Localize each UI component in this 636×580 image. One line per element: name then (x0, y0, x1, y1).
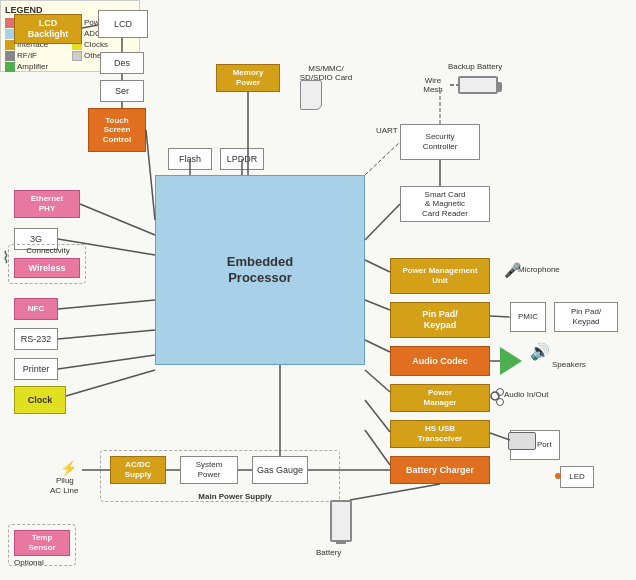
svg-line-11 (58, 330, 155, 339)
svg-line-14 (365, 260, 390, 272)
memory-power-block: Memory Power (216, 64, 280, 92)
amplifier-icon (500, 347, 522, 375)
svg-line-18 (365, 400, 390, 432)
des-block: Des (100, 52, 144, 74)
legend-rfif: RF/IF (5, 51, 68, 61)
svg-line-4 (146, 130, 155, 220)
smartcard-block: Smart Card & Magnetic Card Reader (400, 186, 490, 222)
svg-line-22 (365, 142, 400, 175)
svg-line-12 (58, 355, 155, 369)
hs-usb-block: HS USB Transceiver (390, 420, 490, 448)
audio-circle1 (496, 388, 504, 396)
flash-block: Flash (168, 148, 212, 170)
connectivity-label: Connectivity (10, 246, 86, 255)
touch-screen-block: Touch Screen Control (88, 108, 146, 152)
pmic-block: PMIC (510, 302, 546, 332)
plug-icon: ⚡ (60, 460, 77, 476)
svg-line-21 (490, 316, 510, 317)
sdcard-icon (300, 80, 322, 110)
backup-battery-label: Backup Battery (448, 62, 502, 71)
optional-label: Optional (14, 558, 44, 567)
svg-line-10 (58, 300, 155, 309)
antenna-icon: ⌇ (2, 248, 10, 267)
pinpad2-block: Pin Pad/ Keypad (554, 302, 618, 332)
battery-charger-block: Battery Charger (390, 456, 490, 484)
ser-block: Ser (100, 80, 144, 102)
embedded-processor-block: Embedded Processor (155, 175, 365, 365)
lpddr-block: LPDDR (220, 148, 264, 170)
svg-line-24 (365, 204, 400, 240)
battery-bottom-icon (330, 500, 352, 544)
svg-line-13 (66, 370, 155, 396)
temp-sensor-block: Temp Sensor (14, 530, 70, 556)
usb-connector-icon (508, 432, 536, 450)
svg-line-16 (365, 340, 390, 352)
security-controller-block: Security Controller (400, 124, 480, 160)
legend-amplifier: Amplifier (5, 62, 68, 72)
main-power-supply-box (100, 450, 340, 502)
svg-line-8 (80, 204, 155, 235)
audio-circle2 (496, 398, 504, 406)
plug-label: Pllug (56, 476, 74, 485)
svg-line-28 (350, 484, 440, 500)
svg-line-15 (365, 300, 390, 310)
uart-label: UART (376, 126, 398, 135)
mmc-label: MS/MMC/ SD/SDIO Card (286, 64, 366, 82)
led-block: LED (560, 466, 594, 488)
lcd-block: LCD (98, 10, 148, 38)
pmu-block: Power Management Unit (390, 258, 490, 294)
speakers-label: Speakers (552, 360, 586, 369)
svg-line-27 (490, 433, 510, 440)
clock-block: Clock (14, 386, 66, 414)
audio-codec-block: Audio Codec (390, 346, 490, 376)
printer-block: Printer (14, 358, 58, 380)
ac-line-label: AC Line (50, 486, 78, 495)
battery-label: Battery (316, 548, 341, 557)
svg-line-17 (365, 370, 390, 392)
wireless-block: Wireless (14, 258, 80, 278)
speaker-icon: 🔊 (530, 342, 550, 361)
lcd-backlight-block: LCD Backlight (14, 14, 82, 44)
backup-battery-icon (458, 76, 498, 94)
ethernet-phy-block: Ethernet PHY (14, 190, 80, 218)
power-manager-block: Power Manager (390, 384, 490, 412)
audio-inout-label: Audio In/Out (504, 390, 548, 399)
pinpad-block: Pin Pad/ Keypad (390, 302, 490, 338)
rs232-block: RS-232 (14, 328, 58, 350)
svg-line-19 (365, 430, 390, 465)
microphone-label: Microphone (518, 265, 560, 274)
nfc-block: NFC (14, 298, 58, 320)
diagram: LCD Backlight LCD Des Ser Touch Screen C… (0, 0, 636, 580)
